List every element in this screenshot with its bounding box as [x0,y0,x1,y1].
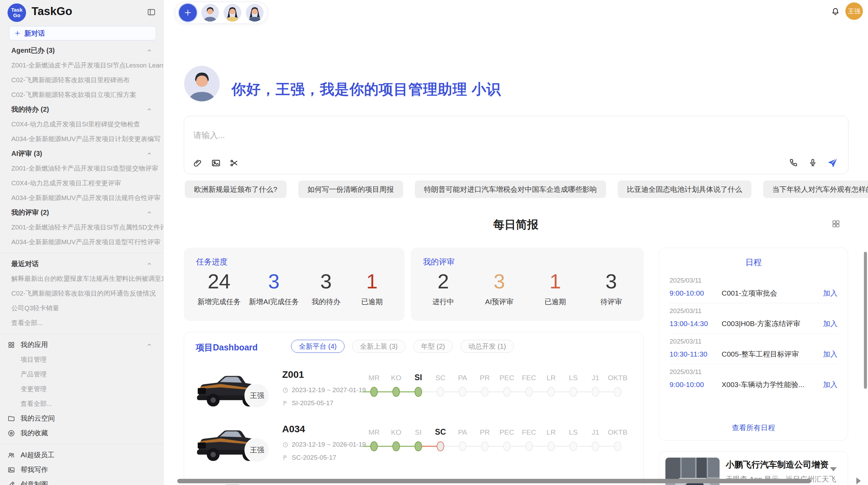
recent-chat-item[interactable]: C02-飞腾新能源轻客改款项目的闭环通告反馈情况 [0,286,163,301]
sidebar-section-header[interactable]: Agent已办 (3) [0,43,163,58]
daily-briefing-title: 每日简报 [164,217,868,233]
task-progress-card: 任务进度 24新增完成任务3新增AI完成任务3我的待办1已逾期 [184,248,405,321]
dashboard-filter-tab[interactable]: 全新上装 (3) [352,340,406,353]
app-sub-item[interactable]: 查看全部... [0,396,163,411]
user-avatar[interactable]: 王强 [845,2,863,20]
event-date: 2025/03/11 [670,307,837,315]
scissors-icon[interactable] [229,158,239,168]
project-owner-badge: 王强 [244,383,270,408]
dashboard-filter-tab[interactable]: 全新平台 (4) [291,340,345,353]
chevron-up-icon [146,342,152,348]
divider [0,253,163,253]
sidebar-item[interactable]: C0X4-动力总成开发项目SI里程碑提交物检查 [0,117,163,132]
suggestion-chip[interactable]: 当下年轻人对汽车外观有怎样的喜好趋势 [763,181,868,198]
suggestion-chip[interactable]: 如何写一份清晰的项目周报 [298,181,403,198]
project-row[interactable]: 王强A0342023-12-19 ~ 2026-01-19SC-2025-05-… [184,421,643,474]
svg-text:PA: PA [458,428,467,436]
recent-chat-item[interactable]: 解释最新出台的欧盟报废车法规再生塑料比例被调至15%... [0,271,163,286]
assistant-avatar [184,66,220,101]
scroll-right-icon[interactable] [856,477,861,484]
chat-input-box [184,116,848,174]
sidebar-item[interactable]: Z001-全新燃油皮卡产品开发项目SI节点Lesson Learn报告 [0,58,163,73]
app-sub-item[interactable]: 变更管理 [0,382,163,396]
sidebar-item[interactable]: C02-飞腾新能源轻客改款项目里程碑画布 [0,73,163,87]
sidebar-item[interactable]: 帮我写作 [0,462,163,477]
dashboard-filter-tab[interactable]: 年型 (2) [413,340,453,353]
bell-icon[interactable] [831,7,840,16]
clock-icon [282,442,289,448]
phone-icon[interactable] [789,158,798,167]
sidebar-item[interactable]: 创意制图 [0,477,163,485]
join-event-link[interactable]: 加入 [823,380,837,389]
chat-input[interactable] [193,130,605,140]
suggestion-chip[interactable]: 比亚迪全固态电池计划具体说了什么 [618,181,751,198]
sidebar-item[interactable]: C0X4-动力总成开发项目工程变更评审 [0,176,163,190]
join-event-link[interactable]: 加入 [823,319,837,328]
sidebar-item[interactable]: A034-全新新能源MUV产品开发项目造型可行性评审 [0,235,163,249]
stat-value: 24 [197,269,241,294]
horizontal-scrollbar[interactable] [177,479,811,483]
recent-chat-item[interactable]: 查看全部... [0,315,163,330]
svg-text:OKTB: OKTB [608,374,627,382]
sidebar-item[interactable]: 我的云空间 [0,411,163,426]
chevron-up-icon [146,261,152,267]
project-code[interactable]: Z001 [282,369,304,380]
sidebar-item-my-apps[interactable]: 我的应用 [0,337,163,352]
mic-icon[interactable] [808,158,818,167]
svg-text:PEC: PEC [499,374,514,382]
sidebar-item[interactable]: A034-全新新能源MUV产品开发项目计划变更表编写 [0,132,163,146]
sidebar-section-header[interactable]: 我的评审 (2) [0,205,163,220]
project-row[interactable]: 王强Z0012023-12-19 ~ 2027-01-19SI-2025-05-… [184,366,643,420]
suggestion-chip[interactable]: 欧洲新规最近颁布了什么? [185,181,287,198]
join-event-link[interactable]: 加入 [823,349,837,359]
paperclip-icon[interactable] [193,158,203,168]
agent-avatar[interactable] [201,4,219,22]
view-all-schedule-link[interactable]: 查看所有日程 [659,423,848,433]
join-event-link[interactable]: 加入 [823,288,837,298]
schedule-title: 日程 [659,257,848,268]
app-sub-item[interactable]: 产品管理 [0,367,163,382]
agent-avatar[interactable] [246,4,264,22]
sidebar-item[interactable]: AI超级员工 [0,448,163,462]
cards-view-icon[interactable] [831,219,841,228]
svg-text:PEC: PEC [499,428,514,436]
sidebar-item[interactable]: C02-飞腾新能源轻客改款项目立项汇报方案 [0,87,163,102]
project-current-milestone: SI-2025-05-17 [282,399,333,407]
nav-label: 创意制图 [21,480,48,485]
agent-avatar[interactable] [224,4,241,22]
svg-text:FEC: FEC [522,428,536,436]
sidebar-item[interactable]: Z001-全新燃油轻卡产品开发项目SI节点属性5D文件评审 [0,220,163,235]
sidebar-item[interactable]: A034-全新新能源MUV产品开发项目法规符合性评审 [0,190,163,205]
app-sub-item[interactable]: 项目管理 [0,352,163,367]
scroll-down-icon[interactable] [830,467,837,471]
nav-label: 我的应用 [21,340,48,349]
stat-value: 3 [249,269,299,294]
stat-value: 1 [353,269,391,294]
dashboard-filter-tab[interactable]: 动总开发 (1) [460,340,514,353]
sidebar-section-header[interactable]: 我的待办 (2) [0,102,163,117]
project-code[interactable]: A034 [282,424,305,435]
new-chat-button[interactable]: 新对话 [9,26,156,40]
stats-row: 2进行中3AI预评审1已逾期3待评审 [424,269,630,307]
image-icon[interactable] [211,158,221,168]
sidebar-collapse-icon[interactable] [147,8,156,17]
send-icon[interactable] [827,157,838,168]
svg-text:J1: J1 [592,428,599,436]
suggestion-chip[interactable]: 特朗普可能对进口汽车增税会对中国车企造成哪些影响 [415,181,606,198]
recent-chat-item[interactable]: 公司Q3轻卡销量 [0,301,163,315]
sidebar-section-header[interactable]: 最近对话 [0,257,163,271]
suggestion-chips: 欧洲新规最近颁布了什么?如何写一份清晰的项目周报特朗普可能对进口汽车增税会对中国… [185,181,868,199]
vertical-scrollbar[interactable] [864,252,867,389]
section-title: 最近对话 [11,259,39,269]
nav-label: AI超级员工 [21,450,55,460]
sidebar-item[interactable]: 我的收藏 [0,426,163,440]
folder-icon [8,415,15,422]
svg-text:LR: LR [546,374,556,382]
milestone-timeline: MRKOSISCPAPRPECFECLRLSJ1OKTB [362,421,637,459]
card-title: 任务进度 [196,257,228,267]
add-agent-button[interactable] [179,4,197,22]
event-name: C003|H0B-方案冻结评审 [722,319,818,328]
sidebar-item[interactable]: Z001-全新燃油轻卡产品开发项目SI造型提交物评审 [0,161,163,176]
sidebar-section-header[interactable]: AI评审 (3) [0,146,163,161]
stat: 1已逾期 [353,269,391,307]
